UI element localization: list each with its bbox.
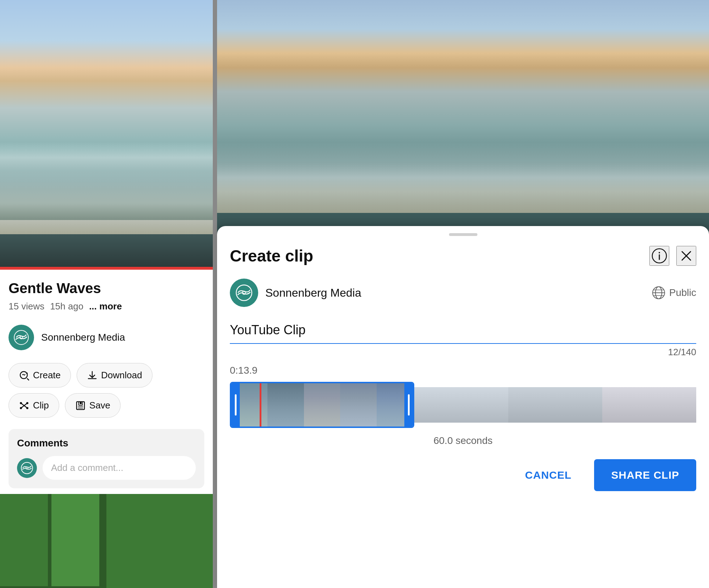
left-panel: Gentle Waves 15 views 15h ago ... more S… [0, 0, 213, 588]
download-button[interactable]: Download [77, 363, 153, 388]
comments-title: Comments [17, 438, 196, 449]
svg-point-4 [20, 407, 22, 409]
video-meta: 15 views 15h ago ... more [9, 301, 204, 312]
sheet-header: Create clip [230, 246, 696, 266]
close-button[interactable] [676, 246, 696, 266]
wave-overlay [0, 142, 213, 220]
left-handle-bar [235, 394, 237, 416]
create-clip-sheet: Create clip [217, 226, 709, 588]
svg-point-6 [26, 407, 28, 409]
view-count: 15 views [9, 301, 44, 312]
right-panel: Create clip [217, 0, 709, 588]
channel-avatar[interactable] [9, 325, 34, 350]
more-link[interactable]: ... more [89, 301, 122, 312]
sheet-actions: CANCEL SHARE CLIP [230, 459, 696, 491]
privacy-globe-icon [652, 286, 666, 300]
create-button[interactable]: Create [9, 363, 71, 388]
create-label: Create [33, 370, 61, 381]
comment-input[interactable]: Add a comment... [43, 456, 196, 480]
clip-title-container [230, 320, 696, 344]
green-block-1 [0, 494, 48, 586]
create-icon [19, 370, 29, 381]
sheet-handle [449, 233, 477, 236]
info-button[interactable] [649, 246, 669, 266]
download-label: Download [101, 370, 142, 381]
clip-duration: 0:13.9 [230, 365, 696, 376]
privacy-label: Public [669, 287, 696, 298]
unselected-frame-2 [508, 387, 602, 423]
svg-rect-8 [80, 402, 82, 404]
video-info: Gentle Waves 15 views 15h ago ... more [0, 270, 213, 318]
download-icon [87, 370, 98, 381]
action-buttons: Create Download Clip [0, 357, 213, 423]
unselected-frame-3 [602, 387, 696, 423]
svg-point-5 [26, 402, 28, 404]
sheet-channel-avatar [230, 279, 258, 307]
channel-avatar-icon [13, 330, 29, 345]
clip-button[interactable]: Clip [9, 393, 59, 418]
timeline-selected[interactable] [230, 382, 414, 428]
timeline-frames [231, 383, 413, 427]
left-video[interactable] [0, 0, 213, 270]
clip-icon [19, 400, 29, 411]
unselected-frame-1 [414, 387, 508, 423]
channel-row: Sonnenberg Media [0, 318, 213, 357]
sheet-channel-row: Sonnenberg Media Public [230, 279, 696, 307]
sheet-channel-avatar-icon [235, 284, 253, 302]
save-button[interactable]: Save [65, 393, 121, 418]
green-block-7 [106, 494, 213, 588]
close-icon [678, 248, 694, 264]
svg-point-12 [659, 252, 660, 253]
right-handle-bar [408, 394, 410, 416]
comments-section: Comments Add a comment... [9, 429, 204, 488]
timeline-frame-2 [267, 383, 304, 427]
video-title: Gentle Waves [9, 280, 204, 297]
panel-divider [213, 0, 217, 588]
privacy-selector[interactable]: Public [652, 286, 696, 300]
comment-placeholder: Add a comment... [51, 462, 123, 473]
cancel-button[interactable]: CANCEL [508, 459, 588, 491]
clip-title-count: 12/140 [230, 347, 696, 358]
green-area [0, 494, 213, 588]
timeline-right-handle[interactable] [404, 383, 413, 427]
green-block-2 [51, 494, 99, 586]
clip-title-input[interactable] [230, 320, 696, 340]
timeline-frame-3 [304, 383, 340, 427]
upload-time: 15h ago [50, 301, 83, 312]
timeline-container [230, 382, 696, 428]
seconds-label: 60.0 seconds [230, 435, 696, 446]
timeline-playhead [260, 383, 261, 427]
timeline-left-handle[interactable] [231, 383, 240, 427]
sheet-channel-name: Sonnenberg Media [265, 286, 652, 300]
save-icon [75, 400, 86, 411]
comment-avatar-icon [21, 462, 33, 474]
save-label: Save [89, 400, 110, 411]
sheet-header-icons [649, 246, 696, 266]
timeline-frame-4 [340, 383, 376, 427]
channel-name[interactable]: Sonnenberg Media [41, 332, 125, 343]
right-video[interactable] [217, 0, 709, 241]
svg-point-3 [20, 402, 22, 404]
info-icon [652, 248, 667, 264]
timeline-outer [230, 382, 696, 428]
sheet-title: Create clip [230, 246, 313, 265]
comment-avatar [17, 458, 37, 478]
comment-input-row: Add a comment... [17, 456, 196, 480]
clip-label: Clip [33, 400, 49, 411]
share-clip-button[interactable]: SHARE CLIP [594, 459, 696, 491]
timeline-unselected [414, 387, 696, 423]
